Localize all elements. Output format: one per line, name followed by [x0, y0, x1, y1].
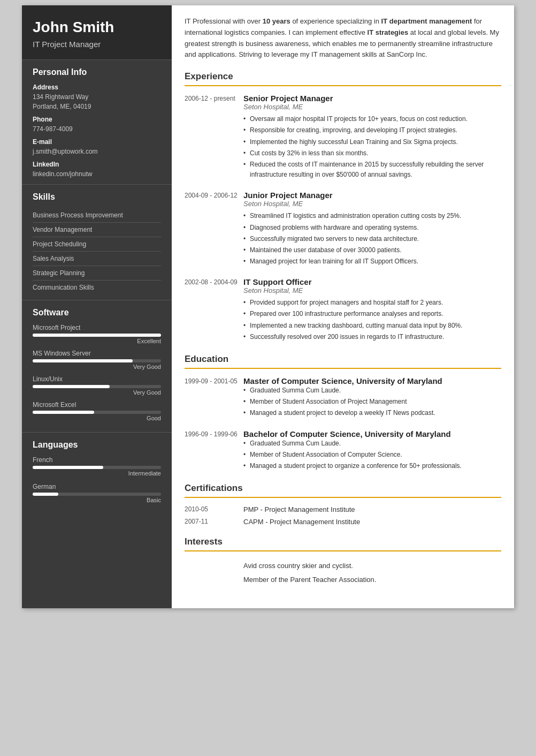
sidebar-header: John Smith IT Project Manager [22, 5, 172, 59]
bullet-item: Reduced the costs of IT maintenance in 2… [243, 160, 501, 180]
experience-list: 2006-12 - presentSenior Project ManagerS… [185, 94, 501, 343]
linkedin-label: LinkedIn [33, 161, 161, 168]
languages-list: FrenchIntermediateGermanBasic [33, 456, 161, 503]
entry-title: Master of Computer Science, University o… [243, 376, 501, 385]
language-bar-fill [33, 493, 58, 496]
cert-text: CAPM - Project Management Institute [243, 518, 360, 526]
entry-date: 2004-09 - 2006-12 [185, 191, 243, 268]
entry: 1996-09 - 1999-06Bachelor of Computer Sc… [185, 429, 501, 473]
entry-content: Master of Computer Science, University o… [243, 376, 501, 420]
skill-bar-label: Excellent [33, 338, 161, 344]
skill-bar-container [33, 385, 161, 388]
languages-title: Languages [33, 440, 161, 450]
skill-bar-container [33, 411, 161, 414]
entry-title: Senior Project Manager [243, 94, 501, 103]
bullet-item: Provided support for project managers an… [243, 298, 501, 308]
skill-bar-fill [33, 385, 110, 388]
skills-title: Skills [33, 192, 161, 202]
software-name: Microsoft Excel [33, 401, 161, 409]
entry-date: 2002-08 - 2004-09 [185, 277, 243, 343]
language-bar-label: Basic [33, 497, 161, 503]
entry-org: Seton Hospital, ME [243, 200, 501, 208]
interest-item: Avid cross country skier and cyclist. [185, 559, 501, 573]
bullet-item: Implemented a new tracking dashboard, cu… [243, 321, 501, 331]
entry-content: IT Support OfficerSeton Hospital, MEProv… [243, 277, 501, 343]
software-name: MS Windows Server [33, 350, 161, 357]
bullet-item: Implemented the highly successful Lean T… [243, 137, 501, 147]
bullet-item: Responsible for creating, improving, and… [243, 125, 501, 135]
entry-bullets: Oversaw all major hospital IT projects f… [243, 114, 501, 180]
certifications-section: Certifications 2010-05PMP - Project Mana… [185, 483, 501, 526]
email-value: j.smith@uptowork.com [33, 147, 161, 156]
skill-item: Communication Skills [33, 281, 161, 294]
candidate-title: IT Project Manager [33, 40, 161, 49]
interests-title: Interests [185, 536, 501, 551]
phone-label: Phone [33, 116, 161, 123]
bullet-item: Managed a student project to develop a w… [243, 408, 501, 418]
bullet-item: Prepared over 100 infrastructure perform… [243, 309, 501, 319]
entry-bullets: Provided support for project managers an… [243, 298, 501, 342]
bullet-item: Streamlined IT logistics and administrat… [243, 211, 501, 221]
software-section: Software Microsoft ProjectExcellentMS Wi… [22, 300, 172, 432]
entry-bullets: Graduated Summa Cum Laude.Member of Stud… [243, 439, 501, 472]
bullet-item: Oversaw all major hospital IT projects f… [243, 114, 501, 124]
bullet-item: Managed project for lean training for al… [243, 256, 501, 267]
bullet-item: Maintained the user database of over 300… [243, 245, 501, 255]
software-name: Microsoft Project [33, 324, 161, 331]
skill-item: Business Process Improvement [33, 208, 161, 223]
bullet-item: Managed a student project to organize a … [243, 461, 501, 471]
language-bar-fill [33, 466, 103, 469]
phone-value: 774-987-4009 [33, 124, 161, 134]
skill-bar-container [33, 334, 161, 337]
bullet-item: Diagnosed problems with hardware and ope… [243, 223, 501, 233]
entry: 2006-12 - presentSenior Project ManagerS… [185, 94, 501, 181]
bullet-item: Graduated Summa Cum Laude. [243, 385, 501, 396]
education-section: Education 1999-09 - 2001-05Master of Com… [185, 354, 501, 472]
entry-bullets: Streamlined IT logistics and administrat… [243, 211, 501, 267]
software-item: Microsoft ExcelGood [33, 401, 161, 421]
certifications-title: Certifications [185, 483, 501, 498]
summary: IT Professional with over 10 years of ex… [185, 16, 501, 61]
main-content: IT Professional with over 10 years of ex… [172, 5, 514, 608]
language-name: German [33, 483, 161, 490]
skill-item: Project Scheduling [33, 237, 161, 252]
address-label: Address [33, 84, 161, 91]
cert-entry: 2007-11CAPM - Project Management Institu… [185, 518, 501, 526]
software-item: Microsoft ProjectExcellent [33, 324, 161, 344]
bullet-item: Cut costs by 32% in less than six months… [243, 148, 501, 158]
address-line1: 134 Rightward Way [33, 92, 161, 102]
entry-content: Bachelor of Computer Science, University… [243, 429, 501, 473]
entry-org: Seton Hospital, ME [243, 103, 501, 111]
software-name: Linux/Unix [33, 375, 161, 383]
skill-bar-container [33, 359, 161, 362]
language-item: GermanBasic [33, 483, 161, 503]
languages-section: Languages FrenchIntermediateGermanBasic [22, 432, 172, 515]
cert-entry: 2010-05PMP - Project Management Institut… [185, 505, 501, 513]
entry-title: Bachelor of Computer Science, University… [243, 429, 501, 439]
cert-text: PMP - Project Management Institute [243, 505, 355, 513]
bullet-item: Successfully resolved over 200 issues in… [243, 332, 501, 342]
skills-list: Business Process ImprovementVendor Manag… [33, 208, 161, 294]
entry: 2002-08 - 2004-09IT Support OfficerSeton… [185, 277, 501, 343]
software-title: Software [33, 308, 161, 317]
cert-date: 2007-11 [185, 518, 243, 526]
entry-title: Junior Project Manager [243, 191, 501, 200]
software-item: Linux/UnixVery Good [33, 375, 161, 396]
entry-date: 2006-12 - present [185, 94, 243, 181]
entry: 2004-09 - 2006-12Junior Project ManagerS… [185, 191, 501, 268]
skill-bar-label: Very Good [33, 389, 161, 396]
experience-section: Experience 2006-12 - presentSenior Proje… [185, 71, 501, 343]
bullet-item: Member of Student Association of Project… [243, 397, 501, 407]
language-name: French [33, 456, 161, 464]
personal-info-section: Personal Info Address 134 Rightward Way … [22, 59, 172, 184]
language-bar-container [33, 466, 161, 469]
entry-bullets: Graduated Summa Cum Laude.Member of Stud… [243, 385, 501, 419]
bullet-item: Member of Student Association of Compute… [243, 450, 501, 460]
language-bar-container [33, 493, 161, 496]
entry-date: 1996-09 - 1999-06 [185, 429, 243, 473]
skill-bar-label: Very Good [33, 364, 161, 370]
education-list: 1999-09 - 2001-05Master of Computer Scie… [185, 376, 501, 472]
cert-date: 2010-05 [185, 505, 243, 513]
skills-section: Skills Business Process ImprovementVendo… [22, 184, 172, 300]
software-list: Microsoft ProjectExcellentMS Windows Ser… [33, 324, 161, 421]
